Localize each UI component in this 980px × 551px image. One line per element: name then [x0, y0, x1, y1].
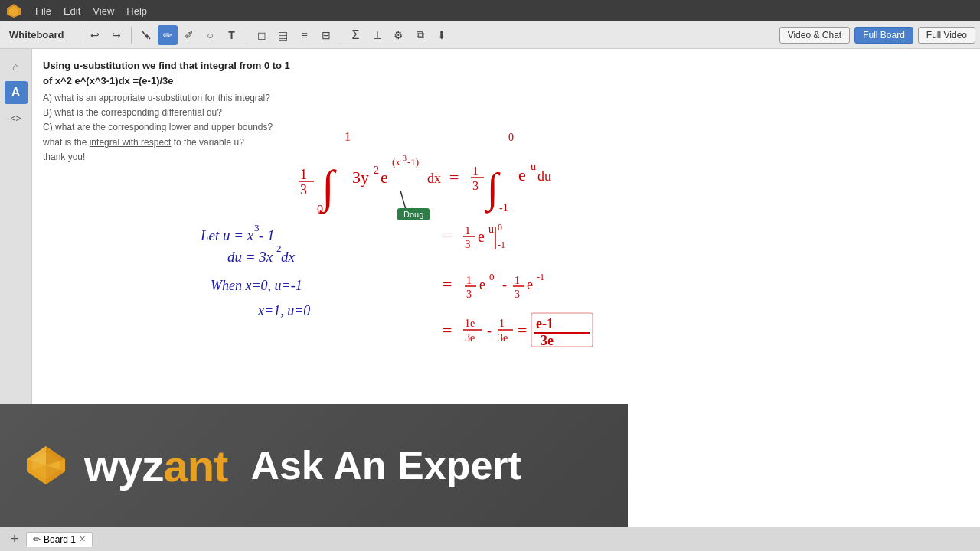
svg-text:u: u: [531, 161, 536, 172]
svg-text:3: 3: [472, 179, 479, 192]
svg-text:3e: 3e: [465, 332, 475, 344]
svg-text:3: 3: [300, 182, 307, 197]
question-item-c: C) what are the corresponding lower and …: [43, 120, 290, 135]
menu-file[interactable]: File: [29, 4, 57, 18]
svg-text:-1: -1: [498, 240, 505, 250]
question-item-a: A) what is an appropriate u-substitution…: [43, 91, 290, 106]
svg-text:e: e: [527, 277, 533, 292]
svg-text:u: u: [488, 223, 494, 235]
svg-text:1: 1: [499, 318, 505, 329]
svg-text:-1: -1: [537, 272, 544, 282]
svg-text:1: 1: [514, 275, 520, 286]
doug-tooltip: Doug: [397, 208, 430, 220]
full-board-button[interactable]: Full Board: [854, 27, 913, 44]
svg-text:-: -: [502, 277, 507, 292]
tab-bar: + ✏ Board 1 ✕: [0, 527, 980, 551]
question-text: Using u-substitution we find that integr…: [43, 58, 290, 165]
wyzant-diamond-logo: [23, 442, 69, 488]
svg-text:1: 1: [472, 165, 479, 178]
svg-text:e: e: [518, 165, 526, 184]
tab-board-1[interactable]: ✏ Board 1 ✕: [26, 532, 93, 547]
ask-expert-text: Ask An Expert: [250, 442, 521, 488]
app-logo: [3, 0, 24, 21]
svg-text:2: 2: [276, 243, 282, 254]
svg-text:∫: ∫: [484, 165, 501, 214]
svg-text:0: 0: [498, 222, 502, 233]
svg-text:3: 3: [254, 222, 260, 233]
svg-text:3: 3: [466, 289, 472, 300]
download-button[interactable]: ⬇: [432, 25, 452, 45]
menu-view[interactable]: View: [87, 4, 120, 18]
svg-text:=: =: [443, 275, 452, 294]
wyzant-text: wyzant: [84, 440, 227, 491]
svg-text:dx: dx: [281, 249, 296, 265]
full-video-button[interactable]: Full Video: [918, 27, 975, 44]
whiteboard-label: Whiteboard: [5, 28, 69, 42]
question-title: Using u-substitution we find that integr…: [43, 58, 290, 88]
svg-text:3e: 3e: [541, 333, 554, 348]
svg-text:x=1, u=0: x=1, u=0: [257, 303, 310, 318]
branding-bar: wyzant Ask An Expert: [0, 404, 628, 527]
wyzant-logo: wyzant: [84, 440, 227, 491]
sidebar-home[interactable]: ⌂: [5, 55, 28, 78]
pencil-button[interactable]: ✐: [179, 25, 199, 45]
svg-text:3: 3: [465, 238, 471, 250]
text-button[interactable]: T: [222, 25, 242, 45]
svg-text:1: 1: [300, 167, 307, 182]
svg-text:=: =: [443, 321, 452, 340]
toolbar-separator-4: [341, 27, 341, 44]
svg-text:1: 1: [345, 130, 351, 143]
svg-text:2: 2: [374, 165, 379, 176]
sigma-button[interactable]: Σ: [346, 25, 366, 45]
svg-text:Let u = x: Let u = x: [200, 227, 254, 243]
svg-text:-1): -1): [407, 156, 419, 168]
svg-text:du = 3x: du = 3x: [227, 249, 273, 265]
menu-bar: File Edit View Help: [0, 0, 980, 21]
add-tab-button[interactable]: +: [6, 531, 23, 548]
undo-button[interactable]: ↩: [85, 25, 105, 45]
svg-text:3: 3: [514, 289, 520, 300]
graph-button[interactable]: ⊥: [368, 25, 387, 45]
redo-button[interactable]: ↪: [106, 25, 126, 45]
svg-text:1: 1: [466, 275, 472, 286]
question-thankyou: thank you!: [43, 150, 290, 165]
erase-button[interactable]: ◻: [252, 25, 272, 45]
svg-text:1: 1: [465, 224, 471, 236]
circle-button[interactable]: ○: [201, 25, 220, 45]
svg-text:3y: 3y: [352, 168, 369, 187]
highlight-button[interactable]: ▤: [273, 25, 293, 45]
svg-text:=: =: [449, 168, 459, 187]
svg-text:du: du: [537, 168, 551, 184]
svg-text:3e: 3e: [498, 332, 508, 344]
sidebar-code[interactable]: <>: [5, 107, 28, 130]
svg-text:=: =: [443, 225, 452, 244]
layers-button[interactable]: ⧉: [410, 25, 430, 45]
toolbar-separator-1: [80, 27, 80, 44]
menu-edit[interactable]: Edit: [57, 4, 87, 18]
svg-text:-: -: [487, 323, 492, 338]
wyz-text: wyz: [84, 441, 163, 491]
svg-text:0: 0: [317, 203, 323, 216]
svg-text:dx: dx: [427, 171, 441, 186]
svg-text:e: e: [479, 277, 485, 292]
ant-text: ant: [163, 441, 227, 491]
svg-text:3: 3: [403, 154, 407, 162]
svg-text:0: 0: [508, 132, 514, 143]
settings-button[interactable]: ⚙: [389, 25, 409, 45]
lines-button[interactable]: ≡: [295, 25, 315, 45]
tab-board-1-label: Board 1: [44, 534, 76, 545]
question-item-d: what is the integral with respect to the…: [43, 135, 290, 150]
toolbar: Whiteboard ↩ ↪ ✏ ✐ ○ T ◻ ▤ ≡ ⊟ Σ ⊥ ⚙ ⧉ ⬇…: [0, 21, 980, 49]
pencil-icon: ✏: [33, 534, 41, 545]
svg-text:1e: 1e: [465, 318, 475, 329]
select-button[interactable]: [136, 25, 156, 45]
toolbar-separator-2: [131, 27, 132, 44]
svg-text:When x=0, u=-1: When x=0, u=-1: [211, 278, 302, 293]
menu-help[interactable]: Help: [120, 4, 153, 18]
pen-button[interactable]: ✏: [158, 25, 178, 45]
align-button[interactable]: ⊟: [316, 25, 336, 45]
sidebar-user[interactable]: A: [5, 81, 28, 104]
toolbar-separator-3: [247, 27, 247, 44]
video-chat-button[interactable]: Video & Chat: [779, 27, 851, 44]
tab-close-button[interactable]: ✕: [79, 534, 86, 544]
